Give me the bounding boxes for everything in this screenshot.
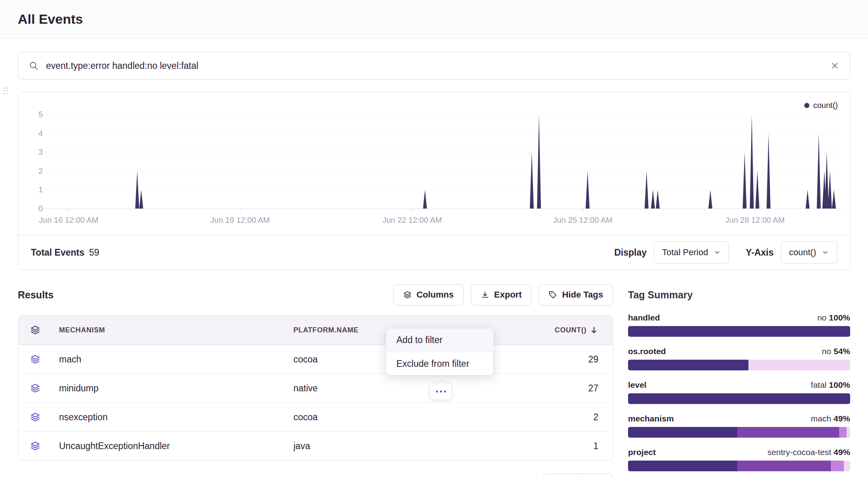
next-page-button[interactable] bbox=[578, 474, 613, 478]
tag-bar[interactable] bbox=[628, 393, 850, 404]
tag-bar-segment bbox=[628, 393, 850, 404]
tag-name: os.rooted bbox=[628, 347, 666, 356]
tag-bar[interactable] bbox=[628, 427, 850, 438]
chart-legend[interactable]: count() bbox=[804, 101, 838, 110]
tag-name: mechanism bbox=[628, 414, 674, 423]
tag-item: project sentry-cocoa-test49% bbox=[628, 446, 850, 471]
page-title: All Events bbox=[18, 11, 83, 27]
tag-bar[interactable] bbox=[628, 461, 850, 471]
hide-tags-button-label: Hide Tags bbox=[562, 290, 603, 300]
column-header-count[interactable]: COUNT() bbox=[555, 326, 586, 334]
tag-top-percent: 49% bbox=[834, 448, 850, 457]
cell-platform[interactable]: cocoa bbox=[287, 412, 473, 423]
layers-icon bbox=[30, 354, 40, 364]
x-axis-label: Jun 28 12:00 AM bbox=[712, 216, 799, 225]
chevron-down-icon bbox=[822, 249, 829, 256]
y-axis-label: 5 bbox=[26, 108, 43, 120]
y-axis-label: 2 bbox=[26, 165, 43, 177]
x-axis-tick bbox=[240, 209, 240, 212]
cell-actions-button[interactable] bbox=[430, 383, 452, 400]
tag-bar-segment bbox=[847, 427, 850, 438]
columns-button[interactable]: Columns bbox=[393, 284, 464, 305]
y-axis-select-value: count() bbox=[789, 247, 816, 258]
y-axis-label: 0 bbox=[26, 203, 43, 214]
cell-mechanism[interactable]: nsexception bbox=[52, 412, 287, 423]
tag-top-percent: 54% bbox=[834, 347, 850, 356]
tag-item: level fatal100% bbox=[628, 379, 850, 404]
chart-gridline bbox=[45, 209, 842, 209]
search-bar[interactable] bbox=[18, 52, 850, 80]
layers-icon bbox=[30, 441, 40, 451]
column-header-mechanism[interactable]: MECHANISM bbox=[52, 326, 287, 334]
legend-label: count() bbox=[813, 101, 838, 110]
download-icon bbox=[481, 290, 489, 299]
results-header: Results Columns Export bbox=[18, 284, 613, 305]
menu-item-add-to-filter[interactable]: Add to filter bbox=[386, 328, 493, 352]
cell-mechanism[interactable]: minidump bbox=[52, 383, 287, 394]
total-events-value: 59 bbox=[89, 247, 99, 258]
display-select[interactable]: Total Period bbox=[654, 241, 729, 264]
y-axis-label: Y-Axis bbox=[746, 247, 773, 258]
export-button-label: Export bbox=[494, 290, 522, 300]
tag-top-value: mach bbox=[811, 414, 831, 423]
clear-search-icon[interactable] bbox=[830, 61, 839, 70]
table-row[interactable]: minidump native 27 bbox=[18, 374, 613, 402]
cell-platform[interactable]: java bbox=[287, 441, 473, 451]
layers-icon bbox=[403, 290, 412, 299]
hide-tags-button[interactable]: Hide Tags bbox=[539, 284, 613, 305]
edit-columns-icon[interactable] bbox=[30, 325, 40, 335]
chart-series-count bbox=[45, 114, 842, 209]
tag-bar[interactable] bbox=[628, 360, 850, 370]
cell-mechanism[interactable]: mach bbox=[52, 354, 287, 365]
search-input[interactable] bbox=[46, 61, 823, 71]
tag-bar-segment bbox=[628, 427, 737, 438]
previous-page-button[interactable] bbox=[544, 474, 578, 478]
y-axis-label: 1 bbox=[26, 184, 43, 195]
tag-bar[interactable] bbox=[628, 326, 850, 337]
cell-count[interactable]: 1 bbox=[473, 441, 613, 451]
tag-icon bbox=[548, 290, 557, 299]
display-select-value: Total Period bbox=[662, 247, 708, 258]
table-row[interactable]: mach cocoa 29 bbox=[18, 345, 613, 374]
legend-dot bbox=[804, 103, 809, 108]
chart-plot-area: count() 012345Jun 16 12:00 AMJun 19 12:0… bbox=[18, 92, 850, 235]
pagination-buttons[interactable] bbox=[543, 474, 613, 478]
tag-item: mechanism mach49% bbox=[628, 413, 850, 438]
table-row[interactable]: UncaughtExceptionHandler java 1 bbox=[18, 431, 613, 460]
cell-count[interactable]: 2 bbox=[473, 412, 613, 423]
cell-count[interactable]: 27 bbox=[473, 383, 613, 394]
display-label: Display bbox=[614, 247, 647, 258]
layers-icon bbox=[30, 412, 40, 422]
tag-top-value: sentry-cocoa-test bbox=[767, 448, 831, 457]
export-button[interactable]: Export bbox=[471, 284, 532, 305]
cell-mechanism[interactable]: UncaughtExceptionHandler bbox=[52, 441, 287, 451]
search-icon bbox=[29, 61, 39, 71]
tag-summary-title: Tag Summary bbox=[628, 289, 693, 301]
x-axis-label: Jun 22 12:00 AM bbox=[369, 216, 456, 225]
table-row[interactable]: nsexception cocoa 2 bbox=[18, 402, 613, 431]
drag-grip-icon[interactable] bbox=[4, 87, 9, 95]
tag-summary: Tag Summary handled no100% os.rooted no5… bbox=[628, 284, 850, 478]
results-main: Results Columns Export bbox=[18, 284, 613, 461]
sort-descending-icon[interactable] bbox=[590, 326, 598, 334]
ellipsis-icon bbox=[440, 391, 442, 393]
tag-bar-segment bbox=[628, 326, 850, 337]
tag-top-percent: 100% bbox=[829, 313, 850, 322]
columns-button-label: Columns bbox=[417, 290, 454, 300]
tag-bar-segment bbox=[748, 360, 850, 370]
x-axis-tick bbox=[583, 209, 583, 212]
x-axis-label: Jun 19 12:00 AM bbox=[196, 216, 284, 225]
results-table: MECHANISM PLATFORM.NAME COUNT() mach coc… bbox=[18, 315, 613, 461]
ellipsis-icon bbox=[444, 391, 446, 393]
y-axis-select[interactable]: count() bbox=[781, 241, 837, 264]
chart-footer: Total Events 59 Display Total Period Y-A… bbox=[18, 235, 850, 269]
tag-bar-segment bbox=[628, 461, 737, 471]
table-header-row: MECHANISM PLATFORM.NAME COUNT() bbox=[18, 316, 613, 345]
tag-top-value: no bbox=[817, 313, 826, 322]
x-axis-label: Jun 16 12:00 AM bbox=[25, 216, 112, 225]
menu-item-exclude-from-filter[interactable]: Exclude from filter bbox=[386, 352, 493, 375]
tag-bar-segment bbox=[839, 427, 847, 438]
tag-name: project bbox=[628, 448, 656, 457]
tag-item: handled no100% bbox=[628, 312, 850, 337]
results-actions: Columns Export Hide Tags bbox=[393, 284, 613, 305]
